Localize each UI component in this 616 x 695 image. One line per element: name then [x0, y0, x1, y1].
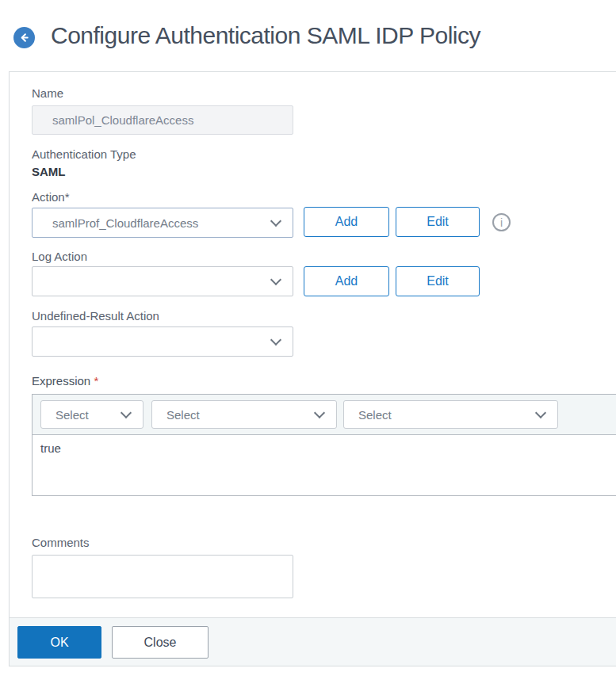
configure-saml-idp-policy-page: Configure Authentication SAML IDP Policy…	[0, 0, 616, 695]
log-action-edit-button[interactable]: Edit	[396, 266, 480, 296]
expression-input[interactable]: true	[33, 435, 616, 495]
undefined-result-action-select[interactable]	[32, 326, 293, 357]
expression-operand-select-3[interactable]: Select	[343, 400, 558, 429]
log-action-select[interactable]	[32, 266, 293, 296]
action-add-button[interactable]: Add	[304, 207, 389, 237]
name-input	[32, 105, 293, 135]
log-action-add-button[interactable]: Add	[304, 266, 389, 296]
back-button[interactable]	[13, 27, 35, 48]
comments-label: Comments	[32, 536, 90, 549]
form-footer: OK Close	[10, 617, 616, 666]
expression-operand-select-2[interactable]: Select	[151, 400, 337, 429]
chevron-down-icon	[270, 215, 281, 226]
policy-form-panel: Name Authentication Type SAML Action* sa…	[9, 71, 616, 666]
required-asterisk: *	[94, 374, 98, 388]
expression-select-3-value: Select	[344, 408, 530, 422]
action-label: Action*	[32, 190, 70, 204]
name-label: Name	[32, 86, 63, 100]
log-action-label: Log Action	[32, 250, 87, 263]
auth-type-label: Authentication Type	[32, 147, 136, 161]
chevron-down-icon	[270, 334, 281, 345]
chevron-down-icon	[121, 407, 132, 418]
expression-operand-select-1[interactable]: Select	[40, 400, 143, 429]
comments-input[interactable]	[32, 555, 293, 598]
chevron-down-icon	[314, 407, 325, 418]
page-title: Configure Authentication SAML IDP Policy	[51, 22, 480, 49]
expression-label: Expression *	[32, 374, 98, 388]
info-icon[interactable]: i	[492, 213, 511, 231]
close-button[interactable]: Close	[112, 626, 209, 659]
expression-toolbar: Select Select Select	[33, 395, 616, 435]
expression-editor: Select Select Select true	[32, 394, 616, 496]
action-edit-button[interactable]: Edit	[396, 207, 480, 237]
arrow-left-icon	[18, 32, 30, 44]
expression-select-1-value: Select	[41, 408, 116, 422]
chevron-down-icon	[535, 407, 546, 418]
chevron-down-icon	[270, 273, 281, 284]
auth-type-value: SAML	[32, 165, 66, 178]
expression-select-2-value: Select	[152, 408, 309, 422]
ok-button[interactable]: OK	[17, 626, 101, 659]
action-select[interactable]: samlProf_CloudflareAccess	[32, 208, 293, 238]
expression-label-text: Expression	[32, 374, 90, 388]
action-select-value: samlProf_CloudflareAccess	[33, 216, 266, 230]
undefined-result-action-label: Undefined-Result Action	[32, 309, 159, 323]
